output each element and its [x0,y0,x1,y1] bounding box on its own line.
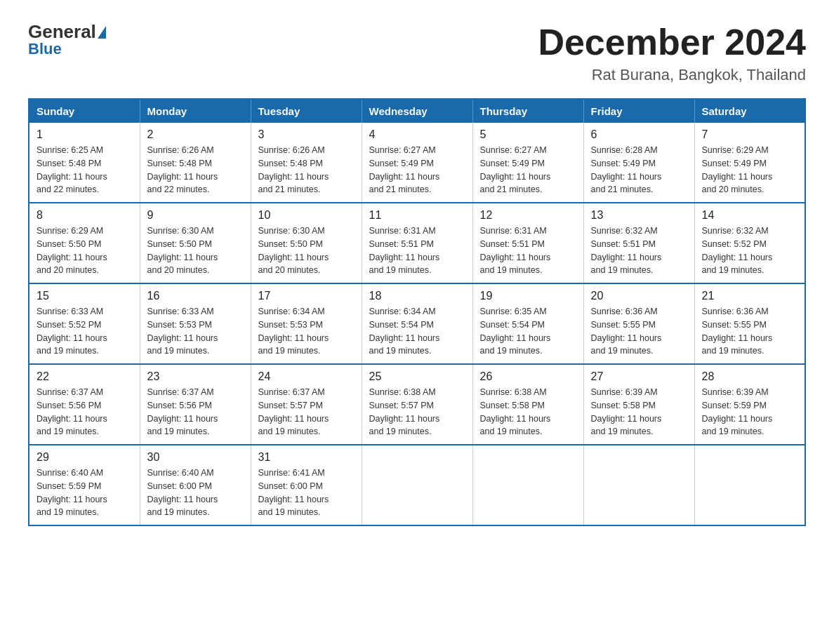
day-number: 13 [591,209,687,222]
calendar-cell: 2Sunrise: 6:26 AMSunset: 5:48 PMDaylight… [140,123,251,203]
day-info: Sunrise: 6:32 AMSunset: 5:52 PMDaylight:… [702,224,798,277]
day-info: Sunrise: 6:36 AMSunset: 5:55 PMDaylight:… [702,305,798,358]
calendar-cell: 4Sunrise: 6:27 AMSunset: 5:49 PMDaylight… [362,123,472,203]
day-info: Sunrise: 6:40 AMSunset: 5:59 PMDaylight:… [37,467,133,519]
day-info: Sunrise: 6:38 AMSunset: 5:57 PMDaylight:… [369,386,465,438]
calendar-cell: 28Sunrise: 6:39 AMSunset: 5:59 PMDayligh… [694,364,805,445]
day-info: Sunrise: 6:29 AMSunset: 5:50 PMDaylight:… [37,224,133,277]
day-number: 29 [37,451,133,464]
day-number: 8 [37,209,133,222]
day-info: Sunrise: 6:41 AMSunset: 6:00 PMDaylight:… [258,467,355,519]
day-number: 9 [147,209,244,222]
day-number: 30 [147,451,244,464]
day-number: 31 [258,451,355,464]
column-header-friday: Friday [583,99,694,123]
day-number: 25 [369,370,465,383]
column-header-monday: Monday [140,99,251,123]
calendar-week-row: 1Sunrise: 6:25 AMSunset: 5:48 PMDaylight… [29,123,805,203]
calendar-cell: 6Sunrise: 6:28 AMSunset: 5:49 PMDaylight… [583,123,694,203]
calendar-cell: 31Sunrise: 6:41 AMSunset: 6:00 PMDayligh… [251,445,362,525]
calendar-cell: 9Sunrise: 6:30 AMSunset: 5:50 PMDaylight… [140,203,251,283]
calendar-cell [472,445,583,525]
day-number: 2 [147,128,244,141]
calendar-cell: 26Sunrise: 6:38 AMSunset: 5:58 PMDayligh… [472,364,583,445]
calendar-cell [583,445,694,525]
day-info: Sunrise: 6:34 AMSunset: 5:54 PMDaylight:… [369,305,465,358]
column-header-saturday: Saturday [694,99,805,123]
day-info: Sunrise: 6:35 AMSunset: 5:54 PMDaylight:… [480,305,576,358]
calendar-cell: 20Sunrise: 6:36 AMSunset: 5:55 PMDayligh… [583,283,694,364]
day-number: 19 [480,290,576,302]
calendar-cell: 23Sunrise: 6:37 AMSunset: 5:56 PMDayligh… [140,364,251,445]
calendar-cell: 5Sunrise: 6:27 AMSunset: 5:49 PMDaylight… [472,123,583,203]
day-info: Sunrise: 6:25 AMSunset: 5:48 PMDaylight:… [37,144,133,196]
calendar-cell: 22Sunrise: 6:37 AMSunset: 5:56 PMDayligh… [29,364,140,445]
day-info: Sunrise: 6:40 AMSunset: 6:00 PMDaylight:… [147,467,244,519]
calendar-cell: 14Sunrise: 6:32 AMSunset: 5:52 PMDayligh… [694,203,805,283]
calendar-cell: 7Sunrise: 6:29 AMSunset: 5:49 PMDaylight… [694,123,805,203]
day-number: 11 [369,209,465,222]
calendar-cell: 29Sunrise: 6:40 AMSunset: 5:59 PMDayligh… [29,445,140,525]
day-info: Sunrise: 6:37 AMSunset: 5:57 PMDaylight:… [258,386,355,438]
day-info: Sunrise: 6:27 AMSunset: 5:49 PMDaylight:… [480,144,576,196]
calendar-cell: 15Sunrise: 6:33 AMSunset: 5:52 PMDayligh… [29,283,140,364]
calendar-cell [694,445,805,525]
day-info: Sunrise: 6:30 AMSunset: 5:50 PMDaylight:… [147,224,244,277]
day-number: 6 [591,128,687,141]
calendar-cell: 30Sunrise: 6:40 AMSunset: 6:00 PMDayligh… [140,445,251,525]
day-info: Sunrise: 6:38 AMSunset: 5:58 PMDaylight:… [480,386,576,438]
day-info: Sunrise: 6:39 AMSunset: 5:58 PMDaylight:… [591,386,687,438]
column-header-sunday: Sunday [29,99,140,123]
location-subtitle: Rat Burana, Bangkok, Thailand [538,66,806,84]
day-number: 3 [258,128,355,141]
day-number: 16 [147,290,244,302]
day-number: 28 [702,370,798,383]
day-number: 5 [480,128,576,141]
calendar-cell: 1Sunrise: 6:25 AMSunset: 5:48 PMDaylight… [29,123,140,203]
day-info: Sunrise: 6:39 AMSunset: 5:59 PMDaylight:… [702,386,798,438]
day-info: Sunrise: 6:28 AMSunset: 5:49 PMDaylight:… [591,144,687,196]
column-header-wednesday: Wednesday [362,99,472,123]
day-info: Sunrise: 6:33 AMSunset: 5:53 PMDaylight:… [147,305,244,358]
day-number: 24 [258,370,355,383]
day-number: 14 [702,209,798,222]
day-number: 18 [369,290,465,302]
day-info: Sunrise: 6:36 AMSunset: 5:55 PMDaylight:… [591,305,687,358]
day-info: Sunrise: 6:34 AMSunset: 5:53 PMDaylight:… [258,305,355,358]
calendar-cell: 13Sunrise: 6:32 AMSunset: 5:51 PMDayligh… [583,203,694,283]
day-number: 21 [702,290,798,302]
calendar-cell: 8Sunrise: 6:29 AMSunset: 5:50 PMDaylight… [29,203,140,283]
day-number: 22 [37,370,133,383]
day-number: 26 [480,370,576,383]
calendar-title: December 2024 [538,21,806,63]
logo-arrow-icon [98,26,106,39]
calendar-cell: 21Sunrise: 6:36 AMSunset: 5:55 PMDayligh… [694,283,805,364]
calendar-cell: 17Sunrise: 6:34 AMSunset: 5:53 PMDayligh… [251,283,362,364]
calendar-cell: 12Sunrise: 6:31 AMSunset: 5:51 PMDayligh… [472,203,583,283]
day-info: Sunrise: 6:26 AMSunset: 5:48 PMDaylight:… [147,144,244,196]
calendar-week-row: 15Sunrise: 6:33 AMSunset: 5:52 PMDayligh… [29,283,805,364]
logo-blue-text: Blue [28,40,62,58]
calendar-week-row: 8Sunrise: 6:29 AMSunset: 5:50 PMDaylight… [29,203,805,283]
page-header: General Blue December 2024 Rat Burana, B… [28,21,806,84]
calendar-week-row: 22Sunrise: 6:37 AMSunset: 5:56 PMDayligh… [29,364,805,445]
calendar-cell [362,445,472,525]
day-info: Sunrise: 6:33 AMSunset: 5:52 PMDaylight:… [37,305,133,358]
calendar-cell: 27Sunrise: 6:39 AMSunset: 5:58 PMDayligh… [583,364,694,445]
column-header-tuesday: Tuesday [251,99,362,123]
calendar-cell: 3Sunrise: 6:26 AMSunset: 5:48 PMDaylight… [251,123,362,203]
calendar-cell: 24Sunrise: 6:37 AMSunset: 5:57 PMDayligh… [251,364,362,445]
day-info: Sunrise: 6:32 AMSunset: 5:51 PMDaylight:… [591,224,687,277]
calendar-table: SundayMondayTuesdayWednesdayThursdayFrid… [28,98,806,526]
day-number: 17 [258,290,355,302]
calendar-cell: 16Sunrise: 6:33 AMSunset: 5:53 PMDayligh… [140,283,251,364]
day-info: Sunrise: 6:37 AMSunset: 5:56 PMDaylight:… [37,386,133,438]
day-number: 1 [37,128,133,141]
day-number: 10 [258,209,355,222]
title-section: December 2024 Rat Burana, Bangkok, Thail… [538,21,806,84]
day-number: 15 [37,290,133,302]
calendar-week-row: 29Sunrise: 6:40 AMSunset: 5:59 PMDayligh… [29,445,805,525]
day-info: Sunrise: 6:31 AMSunset: 5:51 PMDaylight:… [480,224,576,277]
calendar-cell: 11Sunrise: 6:31 AMSunset: 5:51 PMDayligh… [362,203,472,283]
day-number: 20 [591,290,687,302]
